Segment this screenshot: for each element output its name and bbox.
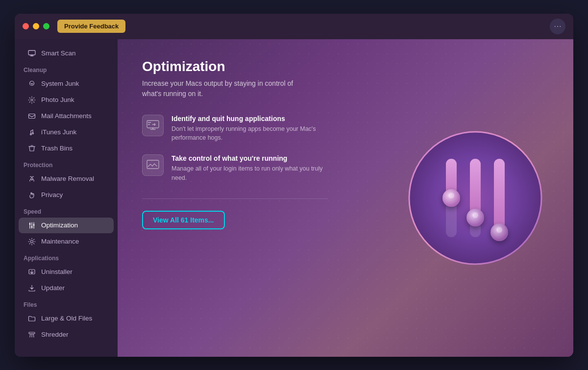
gear-icon bbox=[27, 237, 36, 246]
hung-apps-title: Identify and quit hung applications bbox=[172, 115, 328, 123]
sidebar-item-uninstaller[interactable]: Uninstaller bbox=[19, 264, 114, 280]
sidebar-item-maintenance[interactable]: Maintenance bbox=[19, 234, 114, 249]
hung-apps-icon-box bbox=[142, 115, 164, 136]
svg-point-1 bbox=[31, 99, 33, 101]
download-icon bbox=[27, 284, 36, 293]
sidebar-item-malware-removal[interactable]: Malware Removal bbox=[19, 171, 114, 187]
sidebar-item-label: Updater bbox=[41, 284, 65, 292]
page-subtitle: Increase your Macs output by staying in … bbox=[142, 78, 299, 99]
sidebar-item-label: Large & Old Files bbox=[41, 315, 92, 322]
sidebar-item-privacy[interactable]: Privacy bbox=[19, 187, 114, 203]
sidebar-section-files: Files bbox=[15, 296, 118, 310]
close-button[interactable] bbox=[23, 23, 29, 29]
hung-apps-desc: Don't let improperly running apps become… bbox=[172, 124, 328, 143]
sidebar-item-label: Optimization bbox=[41, 222, 78, 229]
monitor-icon bbox=[27, 49, 36, 58]
gear-flower-icon bbox=[27, 96, 36, 104]
main-content: Optimization Increase your Macs output b… bbox=[118, 39, 573, 357]
sidebar-item-shredder[interactable]: Shredder bbox=[19, 327, 114, 343]
sidebar-item-photo-junk[interactable]: Photo Junk bbox=[19, 92, 114, 108]
sidebar-item-optimization[interactable]: Optimization bbox=[19, 218, 114, 233]
feature-card-login-items: Take control of what you're running Mana… bbox=[142, 154, 328, 183]
trash-icon bbox=[27, 144, 36, 153]
traffic-lights bbox=[23, 23, 49, 29]
sidebar-section-applications: Applications bbox=[15, 250, 118, 264]
maximize-button[interactable] bbox=[43, 23, 49, 29]
sidebar-item-trash-bins[interactable]: Trash Bins bbox=[19, 141, 114, 156]
biohazard-icon bbox=[27, 174, 36, 183]
login-items-desc: Manage all of your login items to run on… bbox=[172, 164, 328, 183]
sidebar-item-label: Maintenance bbox=[41, 238, 79, 245]
music-icon bbox=[27, 128, 36, 137]
sidebar-section-protection: Protection bbox=[15, 157, 118, 171]
sidebar-item-label: Photo Junk bbox=[41, 96, 74, 103]
titlebar: Provide Feedback ⋯ bbox=[15, 14, 573, 39]
login-items-text: Take control of what you're running Mana… bbox=[172, 154, 328, 183]
page-title: Optimization bbox=[142, 59, 549, 74]
uninstall-icon bbox=[27, 268, 36, 276]
sidebar-item-label: Trash Bins bbox=[41, 145, 73, 152]
more-icon: ⋯ bbox=[554, 22, 562, 31]
sidebar-item-label: Privacy bbox=[41, 191, 63, 198]
sliders-icon bbox=[27, 221, 36, 230]
login-items-title: Take control of what you're running bbox=[172, 154, 328, 162]
folder-icon bbox=[27, 314, 36, 323]
svg-rect-0 bbox=[28, 50, 35, 55]
feature-card-hung-apps: Identify and quit hung applications Don'… bbox=[142, 115, 328, 143]
view-all-button[interactable]: View All 61 Items... bbox=[142, 211, 225, 229]
hung-apps-text: Identify and quit hung applications Don'… bbox=[172, 115, 328, 143]
sidebar-item-label: System Junk bbox=[41, 80, 79, 87]
sidebar-item-itunes-junk[interactable]: iTunes Junk bbox=[19, 124, 114, 140]
sidebar-item-label: Mail Attachments bbox=[41, 112, 92, 120]
sidebar-section-cleanup: Cleanup bbox=[15, 62, 118, 75]
sidebar-item-label: iTunes Junk bbox=[41, 128, 76, 136]
svg-point-9 bbox=[31, 240, 33, 243]
sidebar-item-label: Smart Scan bbox=[41, 49, 76, 57]
hand-icon bbox=[27, 191, 36, 199]
section-divider bbox=[142, 198, 328, 199]
svg-rect-2 bbox=[29, 114, 35, 118]
main-inner: Optimization Increase your Macs output b… bbox=[142, 59, 549, 337]
mail-icon bbox=[27, 112, 36, 121]
minimize-button[interactable] bbox=[33, 23, 39, 29]
sidebar: Smart Scan Cleanup System Junk bbox=[15, 39, 118, 357]
sidebar-item-label: Malware Removal bbox=[41, 175, 94, 182]
sidebar-item-large-old-files[interactable]: Large & Old Files bbox=[19, 311, 114, 326]
sidebar-item-label: Uninstaller bbox=[41, 268, 73, 275]
shredder-icon bbox=[27, 330, 36, 339]
sidebar-item-smart-scan[interactable]: Smart Scan bbox=[19, 46, 114, 61]
feedback-button[interactable]: Provide Feedback bbox=[57, 20, 125, 33]
more-button[interactable]: ⋯ bbox=[550, 19, 565, 34]
recycle-icon bbox=[27, 79, 36, 88]
login-items-icon-box bbox=[142, 154, 164, 176]
sidebar-item-updater[interactable]: Updater bbox=[19, 280, 114, 296]
svg-rect-13 bbox=[147, 160, 159, 169]
sidebar-item-system-junk[interactable]: System Junk bbox=[19, 76, 114, 92]
sidebar-item-mail-attachments[interactable]: Mail Attachments bbox=[19, 108, 114, 124]
app-window: Provide Feedback ⋯ Smart Scan Cleanup bbox=[15, 14, 573, 357]
sidebar-item-label: Shredder bbox=[41, 331, 69, 338]
sidebar-section-speed: Speed bbox=[15, 203, 118, 217]
content-area: Smart Scan Cleanup System Junk bbox=[15, 39, 573, 357]
